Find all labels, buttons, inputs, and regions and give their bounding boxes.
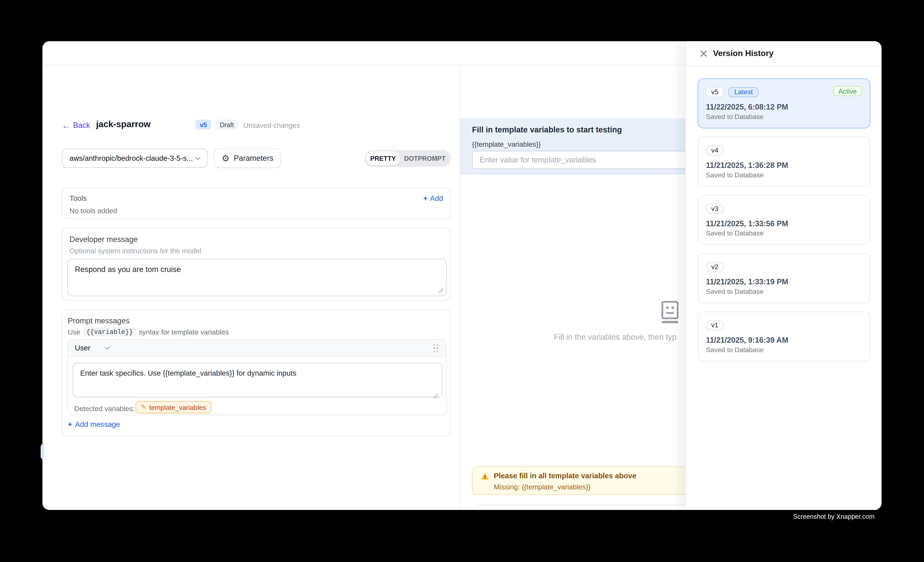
version-number-chip: v4 — [706, 145, 724, 155]
template-variable-name-label: {{template_variables}} — [472, 140, 541, 148]
version-number-chip: v5 — [706, 87, 724, 97]
add-message-button[interactable]: + Add message — [68, 420, 120, 429]
version-status: Saved to Database — [706, 230, 862, 237]
watermark-text: Screenshot by Xnapper.com — [793, 513, 874, 520]
version-status: Saved to Database — [706, 288, 862, 295]
version-number-chip: v1 — [706, 320, 724, 330]
version-chip-row: v3 — [706, 203, 862, 214]
role-selector[interactable]: User — [75, 344, 111, 352]
version-chip-row: v2 — [706, 261, 862, 273]
version-chip-row: v5 Latest Active — [706, 86, 862, 98]
version-item-v1[interactable]: v1 11/21/2025, 9:16:39 AM Saved to Datab… — [698, 311, 870, 362]
version-timestamp: 11/21/2025, 1:36:28 PM — [706, 161, 862, 170]
variable-syntax-chip: {{variable}} — [83, 327, 136, 336]
tools-section: Tools + Add No tools added — [62, 188, 451, 219]
version-status: Saved to Database — [706, 113, 862, 120]
version-history-panel: Version History v5 Latest Active 11/22/2… — [686, 41, 882, 510]
screenshot-stage: ← Back jack-sparrow v5 Draft Unsaved cha… — [0, 0, 924, 562]
version-status: Saved to Database — [706, 172, 862, 179]
close-icon[interactable] — [699, 49, 708, 58]
detected-variable-chip[interactable]: ✎ template_variables — [135, 401, 211, 413]
version-chip-row: v4 — [706, 144, 862, 156]
page-title: jack-sparrow — [96, 119, 151, 129]
version-history-title: Version History — [713, 48, 773, 58]
pencil-icon: ✎ — [141, 404, 146, 411]
version-timestamp: 11/21/2025, 1:33:56 PM — [706, 219, 862, 228]
chevron-down-icon — [105, 346, 111, 350]
prompt-messages-title: Prompt messages — [68, 316, 130, 325]
model-selector-value: aws/anthropic/bedrock-claude-3-5-s... — [69, 154, 195, 162]
message-textarea[interactable]: Enter task specifics. Use {{template_var… — [72, 363, 442, 398]
version-timestamp: 11/21/2025, 1:33:19 PM — [706, 277, 862, 286]
toggle-dotprompt[interactable]: DOTPROMPT — [400, 155, 450, 162]
unsaved-changes-label: Unsaved changes — [243, 121, 300, 130]
subtitle-suffix: syntax for template variables — [139, 328, 229, 336]
plus-icon: + — [68, 420, 72, 429]
side-panel-notch[interactable] — [41, 444, 44, 460]
robot-face-icon — [658, 301, 682, 323]
back-label: Back — [73, 121, 90, 130]
model-selector[interactable]: aws/anthropic/bedrock-claude-3-5-s... — [62, 148, 207, 168]
version-number-chip: v2 — [706, 262, 724, 272]
warning-title: Please fill in all template variables ab… — [494, 472, 636, 480]
view-mode-toggle: PRETTY DOTPROMPT — [365, 150, 451, 167]
message-header: User — [68, 340, 446, 357]
prompt-messages-section: Prompt messages Use {{variable}} syntax … — [62, 309, 451, 436]
detected-variable-name: template_variables — [149, 404, 206, 411]
version-chip-row: v1 — [706, 319, 862, 331]
toggle-pretty[interactable]: PRETTY — [366, 151, 400, 165]
plus-icon: + — [423, 194, 428, 203]
add-tool-button[interactable]: + Add — [423, 194, 443, 203]
tools-empty-text: No tools added — [69, 207, 117, 215]
resize-grip-icon[interactable] — [433, 393, 438, 399]
version-status: Saved to Database — [706, 346, 862, 353]
subtitle-prefix: Use — [68, 328, 80, 336]
developer-message-subtitle: Optional system instructions for the mod… — [69, 247, 201, 255]
version-item-v3[interactable]: v3 11/21/2025, 1:33:56 PM Saved to Datab… — [698, 195, 870, 245]
prompt-messages-subtitle: Use {{variable}} syntax for template var… — [68, 327, 229, 336]
status-badge: Draft — [216, 120, 238, 130]
developer-message-section: Developer message Optional system instru… — [62, 228, 451, 301]
add-tool-label: Add — [430, 194, 443, 203]
template-variables-title: Fill in template variables to start test… — [472, 126, 622, 134]
developer-message-title: Developer message — [69, 235, 138, 244]
parameters-label: Parameters — [234, 154, 273, 163]
role-value: User — [75, 344, 90, 352]
developer-message-textarea[interactable]: Respond as you are tom cruise — [67, 259, 447, 296]
empty-state-text: Fill in the variables above, then typ — [554, 333, 676, 341]
version-item-v4[interactable]: v4 11/21/2025, 1:36:28 PM Saved to Datab… — [698, 137, 870, 187]
parameters-button[interactable]: ⚙ Parameters — [214, 148, 281, 168]
prompt-editor-pane: ← Back jack-sparrow v5 Draft Unsaved cha… — [42, 65, 460, 510]
warning-detail: Missing: {{template_variables}} — [494, 483, 591, 491]
version-item-v5[interactable]: v5 Latest Active 11/22/2025, 6:08:12 PM … — [698, 78, 870, 129]
resize-grip-icon[interactable] — [438, 287, 444, 293]
version-badge: v5 — [196, 120, 211, 130]
version-item-v2[interactable]: v2 11/21/2025, 1:33:19 PM Saved to Datab… — [698, 253, 870, 303]
warning-icon — [481, 472, 489, 481]
back-arrow-icon: ← — [62, 121, 70, 129]
active-chip: Active — [833, 86, 862, 96]
drag-handle-icon[interactable] — [434, 345, 439, 352]
prompt-message-block: User Enter task specifics. Use {{templat… — [67, 339, 447, 415]
version-timestamp: 11/22/2025, 6:08:12 PM — [706, 102, 862, 111]
version-history-header: Version History — [686, 41, 882, 67]
chevron-down-icon — [195, 156, 201, 160]
add-message-label: Add message — [75, 420, 120, 429]
version-timestamp: 11/21/2025, 9:16:39 AM — [706, 336, 862, 344]
detected-variables-label: Detected variables: — [74, 405, 135, 413]
tools-title: Tools — [69, 194, 87, 203]
latest-chip: Latest — [729, 87, 759, 97]
back-button[interactable]: ← Back — [62, 121, 90, 130]
version-number-chip: v3 — [706, 203, 724, 214]
gear-icon: ⚙ — [222, 154, 230, 163]
